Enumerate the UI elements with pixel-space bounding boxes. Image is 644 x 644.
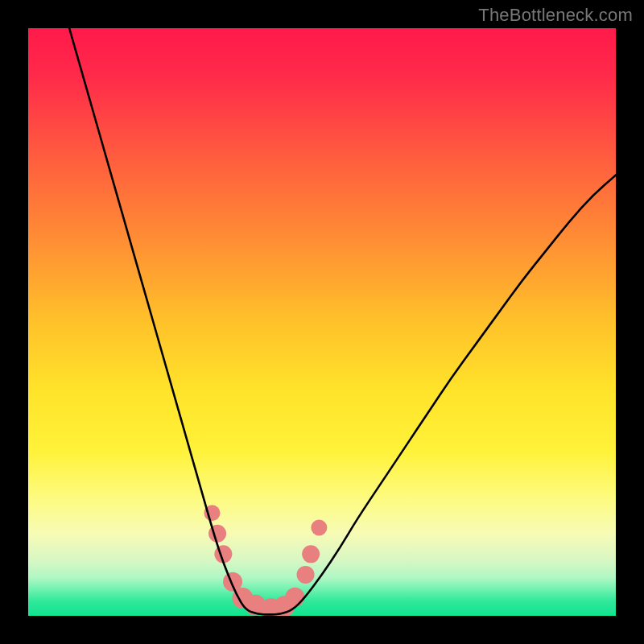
chart-svg	[28, 28, 616, 616]
watermark-text: TheBottleneck.com	[478, 5, 633, 26]
data-marker	[311, 520, 327, 536]
chart-frame: TheBottleneck.com	[0, 0, 644, 644]
chart-plot-area	[28, 28, 616, 616]
data-marker	[297, 566, 315, 584]
data-marker	[285, 588, 304, 607]
data-marker	[302, 545, 320, 563]
